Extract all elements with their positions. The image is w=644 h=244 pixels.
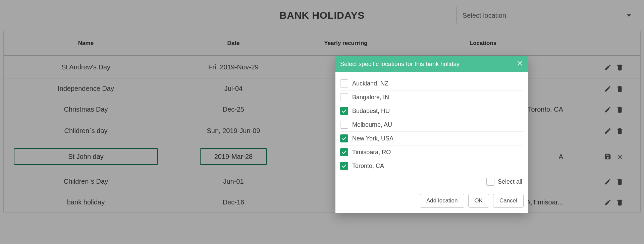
modal-close-button[interactable] [516, 60, 524, 69]
location-checkbox[interactable] [340, 93, 348, 101]
select-all-label: Select all [498, 178, 522, 185]
locations-modal: Select specific locations for this bank … [335, 56, 528, 213]
location-checkbox[interactable] [340, 121, 348, 129]
location-option[interactable]: Auckland, NZ [340, 77, 524, 90]
add-location-button[interactable]: Add location [420, 194, 464, 208]
cancel-button[interactable]: Cancel [493, 194, 524, 208]
modal-overlay[interactable] [0, 0, 644, 244]
location-label: Toronto, CA [352, 163, 384, 170]
location-label: Budapest, HU [352, 108, 390, 115]
location-option[interactable]: Toronto, CA [340, 159, 524, 173]
location-label: Melbourne, AU [352, 121, 392, 128]
location-label: Auckland, NZ [352, 80, 388, 87]
select-all-checkbox[interactable] [486, 178, 494, 186]
ok-button[interactable]: OK [468, 194, 489, 208]
location-option[interactable]: Bangalore, IN [340, 90, 524, 104]
location-option[interactable]: Budapest, HU [340, 104, 524, 118]
location-checkbox[interactable] [340, 148, 348, 156]
location-label: Timisoara, RO [352, 149, 391, 156]
location-checkbox[interactable] [340, 134, 348, 142]
location-option[interactable]: New York, USA [340, 132, 524, 145]
location-label: New York, USA [352, 135, 393, 142]
modal-title: Select specific locations for this bank … [340, 61, 460, 68]
location-checkbox[interactable] [340, 107, 348, 115]
location-checkbox[interactable] [340, 162, 348, 170]
location-option[interactable]: Timisoara, RO [340, 145, 524, 159]
location-option[interactable]: Melbourne, AU [340, 118, 524, 132]
location-checkbox[interactable] [340, 79, 348, 87]
location-label: Bangalore, IN [352, 94, 389, 101]
